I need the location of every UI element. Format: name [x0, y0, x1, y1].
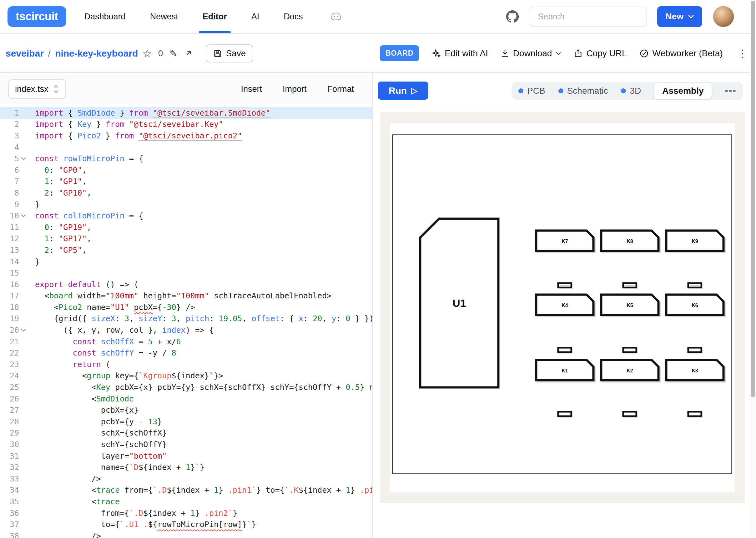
- view-tab-3d[interactable]: 3D: [621, 86, 641, 96]
- view-tab-pcb[interactable]: PCB: [518, 86, 545, 96]
- line-gutter: 18: [0, 301, 30, 313]
- line-number: 26: [10, 394, 19, 404]
- code-text: 1: "GP17",: [30, 234, 91, 243]
- line-gutter: 10: [0, 210, 30, 222]
- view-tabs: PCBSchematic3DAssembly•••: [512, 82, 743, 100]
- code-text: />: [30, 474, 101, 483]
- rename-button[interactable]: ✎: [169, 48, 177, 59]
- code-editor[interactable]: 1import { SmdDiode } from "@tsci/seveiba…: [0, 105, 372, 538]
- select-chevrons-icon: [53, 84, 59, 94]
- line-number: 7: [14, 177, 19, 186]
- editor-menu-insert[interactable]: Insert: [241, 84, 262, 94]
- assembly-canvas[interactable]: U1K7K8K9K4K5K6K1K2K3: [380, 112, 745, 503]
- pencil-icon: ✎: [169, 48, 177, 59]
- code-line-14: 14}: [0, 256, 372, 267]
- code-text: export default () => (: [30, 280, 139, 289]
- breadcrumb-project[interactable]: nine-key-keyboard: [55, 48, 138, 59]
- line-gutter: 33: [0, 473, 30, 485]
- key-label: K4: [561, 303, 568, 308]
- nav-item-editor[interactable]: Editor: [203, 0, 227, 33]
- code-line-31: 31 layer="bottom": [0, 450, 372, 462]
- code-text: 0: "GP0",: [30, 166, 87, 175]
- code-text: to={`.U1 .${rowToMicroPin[row]}`}: [30, 520, 256, 529]
- nav-item-ai[interactable]: AI: [251, 0, 260, 33]
- star-button[interactable]: ☆: [142, 47, 152, 60]
- navbar-right-cluster: New: [506, 6, 734, 27]
- file-selector[interactable]: index.tsx: [8, 80, 66, 99]
- open-external-button[interactable]: [183, 48, 193, 58]
- breadcrumb-owner[interactable]: seveibar: [6, 48, 44, 59]
- copy-url-button[interactable]: Copy URL: [574, 48, 626, 58]
- line-number: 34: [10, 486, 19, 495]
- download-button[interactable]: Download: [500, 48, 561, 58]
- code-line-7: 7 1: "GP1",: [0, 176, 372, 188]
- line-gutter: 25: [0, 382, 30, 393]
- line-gutter: 36: [0, 508, 30, 519]
- open-external-icon: [183, 48, 193, 58]
- nav-item-docs[interactable]: Docs: [284, 0, 303, 33]
- line-gutter: 21: [0, 336, 30, 348]
- star-count: 0: [158, 48, 163, 58]
- save-button[interactable]: Save: [206, 44, 253, 63]
- view-tab-assembly[interactable]: Assembly: [654, 83, 712, 99]
- board-badge[interactable]: BOARD: [380, 45, 419, 61]
- new-button[interactable]: New: [657, 6, 702, 27]
- webworker-toggle[interactable]: Webworker (Beta): [639, 48, 723, 58]
- nav-item-newest[interactable]: Newest: [150, 0, 178, 33]
- fold-chevron-icon[interactable]: [21, 156, 27, 162]
- line-gutter: 35: [0, 496, 30, 508]
- code-line-4: 4: [0, 141, 372, 153]
- line-gutter: 4: [0, 141, 30, 153]
- line-gutter: 27: [0, 404, 30, 416]
- code-text: 1: "GP1",: [30, 177, 87, 186]
- tabs-overflow-button[interactable]: •••: [725, 85, 737, 96]
- more-options-button[interactable]: ⋮: [735, 47, 750, 60]
- search-input[interactable]: [530, 7, 647, 27]
- line-gutter: 29: [0, 427, 30, 439]
- code-line-22: 22 const schOffY = -y / 8: [0, 347, 372, 359]
- edit-with-ai-button[interactable]: Edit with AI: [432, 48, 488, 58]
- tab-dot-icon: [518, 88, 523, 93]
- code-text: }: [30, 257, 40, 266]
- line-number: 5: [14, 154, 19, 163]
- line-number: 25: [10, 383, 19, 392]
- line-number: 22: [10, 349, 19, 357]
- line-gutter: 3: [0, 130, 30, 141]
- avatar[interactable]: [713, 6, 734, 27]
- code-line-26: 26 <SmdDiode: [0, 393, 372, 404]
- discord-icon[interactable]: [330, 12, 342, 22]
- editor-menu-import[interactable]: Import: [283, 84, 307, 94]
- project-toolbar: seveibar / nine-key-keyboard ☆ 0 ✎ Save …: [0, 34, 750, 73]
- sparkle-icon: [432, 49, 441, 58]
- view-tab-schematic[interactable]: Schematic: [558, 86, 608, 96]
- fold-chevron-icon[interactable]: [21, 213, 27, 219]
- editor-menu-format[interactable]: Format: [327, 84, 354, 94]
- tscircuit-logo[interactable]: tscircuit: [8, 6, 66, 27]
- code-text: const schOffX = 5 + x/6: [30, 337, 181, 346]
- line-gutter: 28: [0, 416, 30, 427]
- code-text: {grid({ sizeX: 3, sizeY: 3, pitch: 19.05…: [30, 314, 373, 323]
- line-number: 32: [10, 463, 19, 472]
- nav-item-dashboard[interactable]: Dashboard: [85, 0, 126, 33]
- share-icon: [574, 49, 582, 58]
- chevron-down-icon: [688, 14, 694, 19]
- key-label: K3: [692, 368, 698, 373]
- code-text: <board width="100mm" height="100mm" schT…: [30, 291, 331, 300]
- scrollbar-thumb[interactable]: [751, 1, 755, 398]
- key-label: K8: [626, 239, 633, 244]
- code-editor-panel: index.tsx InsertImportFormat 1import { S…: [0, 74, 373, 538]
- code-text: <trace from={`.D${index + 1} .pin1`} to=…: [30, 486, 373, 495]
- line-gutter: 11: [0, 222, 30, 233]
- line-number: 30: [10, 440, 19, 449]
- fold-chevron-icon[interactable]: [21, 327, 27, 333]
- github-icon[interactable]: [506, 10, 519, 23]
- line-number: 28: [10, 417, 19, 426]
- line-number: 11: [10, 223, 19, 232]
- code-line-5: 5const rowToMicroPin = {: [0, 153, 372, 164]
- download-icon: [500, 49, 509, 58]
- run-button[interactable]: Run ▷: [378, 81, 428, 100]
- line-number: 19: [10, 314, 19, 323]
- editor-toolbar: index.tsx InsertImportFormat: [0, 74, 372, 105]
- tab-dot-icon: [558, 88, 563, 93]
- line-gutter: 16: [0, 279, 30, 290]
